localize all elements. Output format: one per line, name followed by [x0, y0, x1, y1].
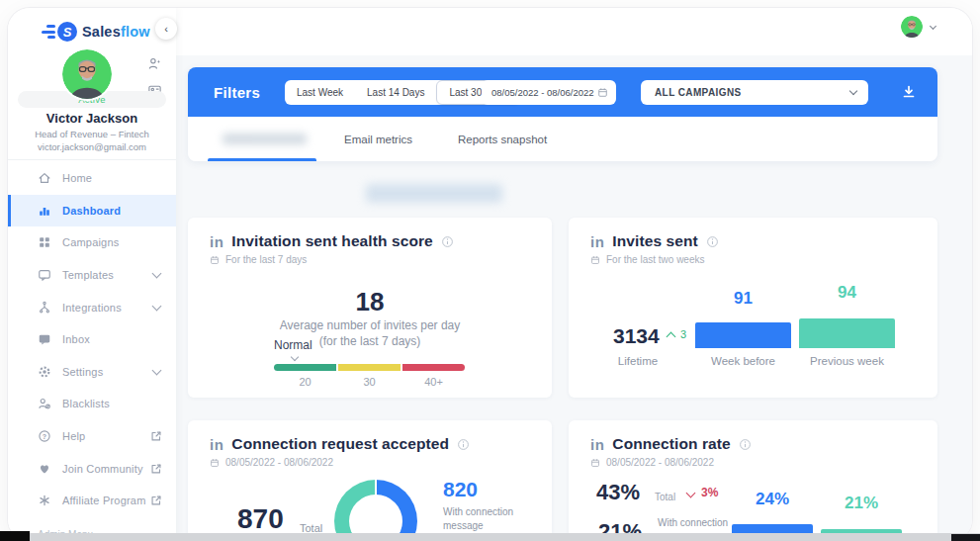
- card-period: 08/05/2022 - 08/06/2022: [225, 457, 333, 468]
- lifetime-value: 3134: [613, 324, 660, 348]
- gauge-ticks: 20 30 40+: [274, 376, 467, 388]
- download-icon: [901, 84, 917, 100]
- date-range-input[interactable]: 08/05/2022 - 08/06/2022: [482, 80, 616, 105]
- chevron-up-icon: [667, 332, 676, 342]
- bar-previous-week: [799, 318, 895, 348]
- bottom-left-black-corner: [0, 531, 30, 541]
- chevron-down-icon: [152, 269, 162, 279]
- app-window: S Salesflow Active Victor Jackson Head o…: [8, 8, 972, 541]
- chevron-down-icon: [930, 22, 936, 29]
- user-avatar-photo: [62, 49, 112, 99]
- sidebar-item-campaigns[interactable]: Campaigns: [8, 226, 176, 259]
- info-icon[interactable]: [457, 438, 470, 451]
- logo-s-icon: S: [57, 22, 77, 42]
- card-title: Invitation sent health score: [231, 232, 432, 250]
- sidebar-divider: [8, 159, 176, 160]
- chevron-down-icon: [686, 489, 696, 498]
- bar-value-previous-week: 94: [799, 283, 895, 303]
- card-connection-rate: in Connection rate 08/05/2022 - 08/06/20…: [569, 420, 937, 541]
- app-logo[interactable]: S Salesflow: [42, 22, 150, 42]
- sidebar-item-dashboard[interactable]: Dashboard: [8, 195, 176, 227]
- tabs: Email metrics Reports snapshot: [188, 117, 937, 161]
- sidebar-item-affiliate-program[interactable]: Affiliate Program: [8, 485, 176, 517]
- tab-reports-snapshot[interactable]: Reports snapshot: [458, 117, 547, 161]
- home-icon: [38, 171, 51, 185]
- blacklists-icon: [38, 397, 51, 410]
- filters-title: Filters: [214, 84, 260, 101]
- card-period: For the last 7 days: [225, 254, 307, 265]
- sidebar-item-help[interactable]: Help: [8, 420, 176, 453]
- gauge-marker-chevron-icon: [291, 353, 299, 361]
- bar-label-week-before: Week before: [695, 355, 791, 367]
- sidebar: S Salesflow Active Victor Jackson Head o…: [8, 8, 176, 541]
- tab-email-metrics[interactable]: Email metrics: [344, 117, 412, 161]
- preset-last-week[interactable]: Last Week: [285, 80, 355, 105]
- calendar-icon: [590, 255, 600, 265]
- sidebar-item-join-community[interactable]: Join Community: [8, 452, 176, 485]
- sidebar-item-settings[interactable]: Settings: [8, 356, 176, 389]
- bottom-gray-band: [0, 533, 980, 541]
- dashboard-icon: [38, 204, 51, 218]
- accepted-with-message-value: 820: [443, 478, 478, 501]
- bar-label-previous-week: Previous week: [799, 355, 895, 367]
- accepted-donut-chart: [334, 480, 417, 541]
- templates-icon: [38, 268, 51, 282]
- bottom-right-black-corner: [951, 534, 980, 541]
- info-icon[interactable]: [739, 438, 752, 451]
- integrations-icon: [38, 301, 51, 315]
- profile-role: Head of Revenue – Fintech: [8, 129, 176, 139]
- profile-add-contact-button[interactable]: [147, 56, 162, 71]
- chevron-down-icon: [152, 365, 162, 375]
- card-title: Invites sent: [612, 232, 697, 250]
- card-title: Connection request accepted: [231, 435, 449, 453]
- calendar-icon: [210, 255, 220, 265]
- calendar-icon: [597, 87, 608, 98]
- community-icon: [38, 462, 51, 476]
- profile-email: victor.jackson@gmail.com: [8, 141, 176, 152]
- affiliate-icon: [38, 494, 51, 507]
- filter-bar: Filters Last Week Last 14 Days Last 30 D…: [188, 67, 937, 117]
- top-header: [176, 8, 972, 55]
- brand-name: Salesflow: [82, 24, 150, 40]
- chevron-left-icon: ‹: [164, 23, 168, 35]
- rate-total-label: Total: [655, 492, 675, 502]
- user-menu[interactable]: [901, 16, 935, 38]
- gauge-marker-label: Normal: [274, 338, 467, 352]
- linkedin-icon: in: [590, 233, 604, 250]
- redacted-tab-label: [223, 134, 307, 144]
- user-avatar: [62, 49, 112, 99]
- active-tab-underline: [208, 158, 316, 161]
- sidebar-item-home[interactable]: Home: [8, 162, 176, 195]
- lifetime-label: Lifetime: [609, 355, 667, 367]
- gauge-segment-red: [402, 364, 465, 371]
- rate-total-value: 43%: [596, 480, 640, 505]
- external-link-icon: [149, 462, 163, 476]
- tab-redacted-active[interactable]: [198, 117, 307, 161]
- sidebar-item-inbox[interactable]: Inbox: [8, 323, 176, 356]
- preset-last-14-days[interactable]: Last 14 Days: [355, 80, 436, 105]
- sidebar-item-templates[interactable]: Templates: [8, 259, 176, 292]
- linkedin-icon: in: [210, 233, 223, 250]
- campaign-select[interactable]: ALL CAMPAIGNS: [641, 80, 868, 105]
- sidebar-collapse-button[interactable]: ‹: [155, 18, 177, 40]
- gauge-segment-yellow: [338, 364, 401, 371]
- profile-name: Victor Jackson: [8, 111, 176, 126]
- help-icon: [38, 429, 51, 443]
- external-link-icon: [149, 494, 163, 507]
- filter-panel: Filters Last Week Last 14 Days Last 30 D…: [188, 67, 937, 161]
- linkedin-icon: in: [590, 436, 604, 453]
- rate-delta: 3%: [701, 486, 718, 499]
- external-link-icon: [149, 429, 163, 443]
- info-icon[interactable]: [706, 235, 719, 248]
- settings-icon: [38, 365, 51, 379]
- chevron-down-icon: [849, 86, 857, 94]
- calendar-icon: [590, 458, 600, 468]
- card-period: 08/05/2022 - 08/06/2022: [606, 457, 714, 468]
- export-download-button[interactable]: [894, 77, 924, 107]
- card-title: Connection rate: [612, 435, 730, 453]
- accepted-total-value: 870: [237, 503, 284, 535]
- info-icon[interactable]: [441, 235, 454, 248]
- sidebar-item-blacklists[interactable]: Blacklists: [8, 388, 176, 420]
- sidebar-item-integrations[interactable]: Integrations: [8, 291, 176, 323]
- health-gauge: Normal 20 30 40+: [274, 338, 467, 388]
